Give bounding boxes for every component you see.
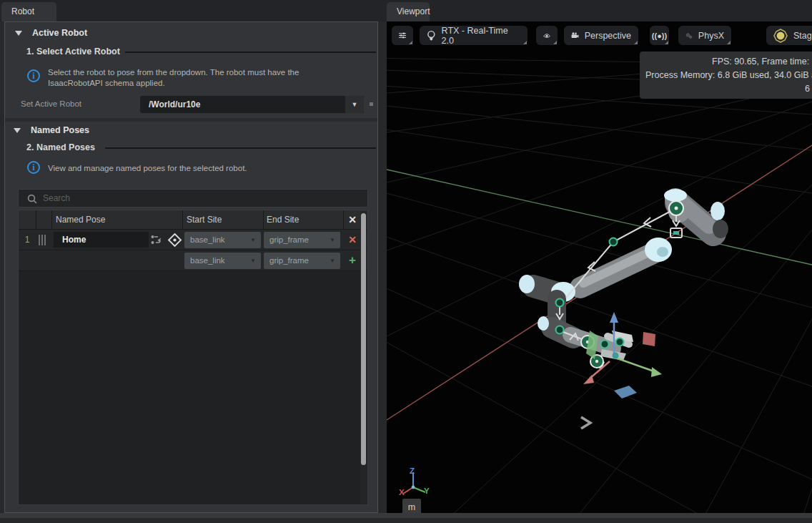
viewport-panel: RTX - Real-Time 2.0 Perspective ((●)) Ph	[387, 21, 812, 517]
hud-stats-overlay: FPS: 90.65, Frame time: 1 Process Memory…	[640, 52, 812, 99]
table-row: 1 base_link ▼ grip_frame ▼ ✕	[19, 230, 367, 250]
chevron-down-icon: ▼	[330, 232, 335, 248]
gizmo-plane-handle-red[interactable]	[643, 332, 655, 346]
tab-robot-poser[interactable]: Robot Poser	[1, 2, 56, 21]
chevron-down-icon: ▼	[352, 101, 358, 108]
hud-extra-line: 6	[805, 84, 810, 94]
named-poses-section-title: Named Poses	[31, 125, 89, 135]
search-icon	[27, 194, 37, 204]
sliders-icon	[399, 30, 406, 41]
new-start-site-dropdown[interactable]: base_link ▼	[184, 253, 261, 269]
column-header-end-site: End Site	[267, 210, 299, 230]
named-poses-info-text: View and manage named poses for the sele…	[48, 163, 348, 174]
axis-z-label: Z	[410, 466, 415, 475]
end-site-value: grip_frame	[269, 253, 309, 269]
end-site-dropdown[interactable]: grip_frame ▼	[264, 232, 340, 248]
renderer-label: RTX - Real-Time 2.0	[442, 26, 520, 46]
add-pose-button[interactable]: +	[344, 252, 361, 269]
camera-button[interactable]: Perspective	[564, 26, 638, 45]
chevron-down-icon: ▼	[250, 253, 256, 269]
active-robot-collapse-header[interactable]: Active Robot	[15, 28, 301, 39]
collapse-arrow-icon	[15, 31, 22, 36]
site-marker-grip-frame[interactable]	[673, 231, 679, 235]
table-header-row: Named Pose Start Site End Site ✕	[19, 210, 367, 230]
active-robot-dropdown-value: /World/ur10e	[149, 96, 200, 113]
window-bottom-bar	[0, 518, 812, 523]
search-input[interactable]	[43, 190, 357, 207]
start-site-dropdown[interactable]: base_link ▼	[184, 232, 261, 248]
tab-viewport-label: Viewport	[397, 6, 430, 16]
drag-handle[interactable]	[39, 235, 49, 245]
set-active-robot-label: Set Active Robot	[21, 99, 81, 108]
chevron-down-icon: ▼	[250, 232, 256, 248]
move-to-pose-icon[interactable]	[167, 233, 182, 248]
section-divider	[5, 118, 377, 122]
visibility-button[interactable]	[536, 26, 558, 45]
select-active-robot-step-title: 1. Select Active Robot	[26, 47, 120, 57]
end-site-value: grip_frame	[269, 232, 309, 248]
column-header-named-pose: Named Pose	[56, 210, 105, 230]
clear-all-poses-button[interactable]: ✕	[344, 211, 361, 228]
window-bottom-edge	[0, 513, 812, 518]
stage-lights-button[interactable]: Stag	[766, 26, 812, 45]
active-robot-dropdown[interactable]: /World/ur10e ▼	[140, 96, 364, 113]
step1-rule	[125, 52, 376, 53]
named-poses-table: Named Pose Start Site End Site ✕ 1 base_…	[18, 210, 368, 505]
default-value-dot-icon[interactable]	[370, 102, 373, 106]
physics-button[interactable]: PhysX	[678, 26, 731, 45]
pose-name-input[interactable]	[54, 232, 149, 248]
named-poses-step-title: 2. Named Poses	[26, 142, 95, 152]
physics-label: PhysX	[698, 31, 724, 41]
gizmo-plane-handle-blue[interactable]	[614, 386, 637, 399]
collapse-arrow-icon	[14, 128, 21, 133]
stage-lights-label: Stag	[793, 31, 812, 41]
hud-fps-line: FPS: 90.65, Frame time: 1	[712, 57, 812, 67]
new-pose-row: base_link ▼ grip_frame ▼ +	[19, 250, 367, 271]
tab-viewport[interactable]: Viewport	[387, 2, 430, 21]
lightbulb-icon	[427, 30, 436, 41]
axis-y-label: Y	[424, 487, 430, 495]
chevron-right-icon[interactable]	[581, 417, 590, 429]
gizmo-origin-handle[interactable]	[613, 353, 619, 359]
step2-rule	[105, 147, 376, 149]
start-site-value: base_link	[190, 253, 225, 269]
pose-search-box	[18, 189, 368, 207]
camera-label: Perspective	[585, 31, 631, 41]
start-site-value: base_link	[190, 232, 225, 248]
new-end-site-dropdown[interactable]: grip_frame ▼	[264, 253, 340, 269]
update-pose-icon[interactable]	[150, 234, 163, 246]
named-poses-collapse-header[interactable]: Named Poses	[14, 125, 299, 137]
dropdown-arrow-button[interactable]: ▼	[345, 96, 364, 113]
table-scrollbar	[360, 211, 367, 504]
live-sync-icon: ((●))	[652, 31, 667, 40]
live-sync-button[interactable]: ((●))	[650, 26, 669, 45]
eye-icon	[543, 31, 550, 40]
scrollbar-thumb[interactable]	[361, 213, 366, 465]
column-header-start-site: Start Site	[187, 210, 222, 230]
gears-icon	[685, 29, 693, 42]
viewport-settings-button[interactable]	[392, 26, 413, 45]
gizmo-y-arrow[interactable]	[615, 358, 654, 371]
row-index: 1	[19, 230, 36, 250]
active-robot-info-text: Select the robot to pose from the dropdo…	[48, 67, 334, 89]
robot-poser-panel: Active Robot 1. Select Active Robot i Se…	[4, 21, 378, 513]
window-tab-bar: Robot Poser Viewport	[0, 0, 812, 21]
stage-light-icon	[773, 29, 788, 43]
renderer-button[interactable]: RTX - Real-Time 2.0	[420, 26, 528, 45]
chevron-down-icon: ▼	[330, 253, 335, 269]
active-robot-section-title: Active Robot	[32, 28, 87, 38]
hud-memory-line: Process Memory: 6.8 GiB used, 34.0 GiB a	[645, 70, 812, 80]
col-separator	[51, 210, 52, 230]
delete-pose-button[interactable]: ✕	[344, 231, 361, 248]
col-separator	[182, 210, 183, 230]
axis-x-label: X	[399, 488, 405, 497]
col-separator	[263, 210, 264, 230]
info-icon: i	[27, 161, 40, 174]
col-separator	[36, 210, 36, 230]
info-icon: i	[27, 69, 40, 82]
camera-icon	[571, 30, 579, 41]
